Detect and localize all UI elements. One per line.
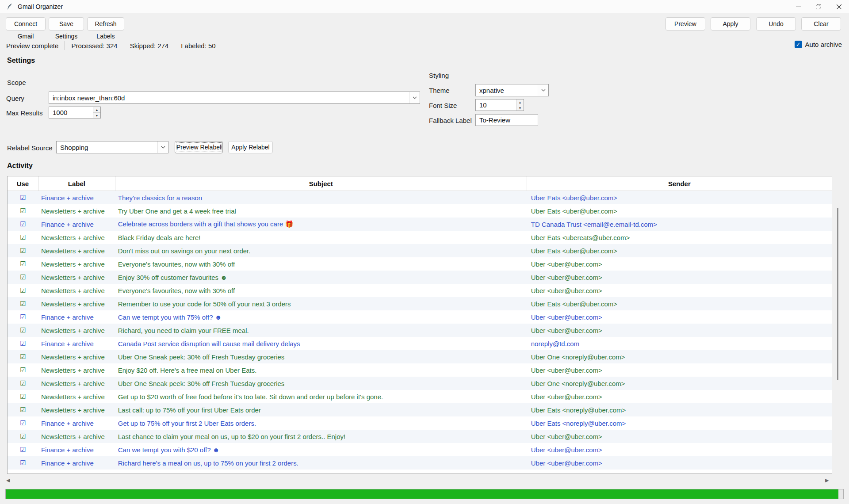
- table-row[interactable]: ☑Newsletters + archiveUber One Sneak pee…: [8, 350, 832, 363]
- connect-gmail-button[interactable]: Connect Gmail: [6, 17, 46, 31]
- column-header-sender[interactable]: Sender: [527, 176, 832, 191]
- row-checkbox[interactable]: ☑: [8, 443, 38, 456]
- row-checkbox[interactable]: ☑: [8, 337, 38, 350]
- table-row[interactable]: ☑Newsletters + archiveLast chance to cla…: [8, 470, 832, 474]
- vertical-scrollbar-thumb[interactable]: [837, 208, 838, 380]
- column-header-subject[interactable]: Subject: [115, 176, 527, 191]
- table-row[interactable]: ☑Newsletters + archiveLast call: up to 7…: [8, 403, 832, 416]
- table-row[interactable]: ☑Finance + archiveRichard here's a meal …: [8, 456, 832, 470]
- row-sender: Uber <uber@uber.com>: [527, 271, 832, 284]
- table-row[interactable]: ☑Finance + archiveCan we tempt you with …: [8, 310, 832, 324]
- scope-heading: Scope: [7, 79, 26, 86]
- relabel-source-label: Relabel Source: [7, 144, 53, 152]
- row-checkbox[interactable]: ☑: [8, 350, 38, 363]
- font-size-spinbox[interactable]: 10 ▲ ▼: [475, 99, 524, 111]
- auto-archive-toggle[interactable]: ✓ Auto archive: [795, 41, 842, 48]
- spin-down-icon[interactable]: ▼: [93, 113, 100, 118]
- save-settings-button[interactable]: Save Settings: [49, 17, 84, 31]
- column-header-use[interactable]: Use: [8, 176, 38, 191]
- row-label: Newsletters + archive: [38, 324, 115, 337]
- row-checkbox[interactable]: ☑: [8, 284, 38, 297]
- row-checkbox[interactable]: ☑: [8, 456, 38, 470]
- row-checkbox[interactable]: ☑: [8, 231, 38, 244]
- max-results-spinbox[interactable]: 1000 ▲ ▼: [49, 107, 101, 118]
- table-row[interactable]: ☑Newsletters + archiveRichard, you need …: [8, 324, 832, 337]
- table-row[interactable]: ☑Newsletters + archiveUber One Sneak pee…: [8, 377, 832, 390]
- row-subject: Enjoy $20 off. Here's a free meal on Ube…: [115, 363, 527, 377]
- row-checkbox[interactable]: ☑: [8, 324, 38, 337]
- restore-button[interactable]: [808, 0, 829, 13]
- row-checkbox[interactable]: ☑: [8, 363, 38, 377]
- row-sender: noreply@td.com: [527, 337, 832, 350]
- chevron-down-icon[interactable]: [538, 84, 548, 96]
- row-checkbox[interactable]: ☑: [8, 297, 38, 310]
- restore-icon: [816, 4, 821, 9]
- row-checkbox[interactable]: ☑: [8, 257, 38, 271]
- table-row[interactable]: ☑Newsletters + archiveBlack Friday deals…: [8, 231, 832, 244]
- close-button[interactable]: [829, 0, 849, 13]
- row-label: Newsletters + archive: [38, 297, 115, 310]
- table-row[interactable]: ☑Newsletters + archiveDon't miss out on …: [8, 244, 832, 257]
- auto-archive-checkbox[interactable]: ✓: [795, 41, 802, 48]
- row-label: Newsletters + archive: [38, 430, 115, 443]
- horizontal-scrollbar[interactable]: ◀ ▶: [0, 476, 849, 485]
- preview-relabel-button[interactable]: Preview Relabel: [175, 141, 223, 153]
- table-row[interactable]: ☑Newsletters + archiveEnjoy 30% off cust…: [8, 271, 832, 284]
- minimize-button[interactable]: [788, 0, 808, 13]
- row-label: Newsletters + archive: [38, 403, 115, 416]
- refresh-labels-button[interactable]: Refresh Labels: [87, 17, 124, 31]
- row-checkbox[interactable]: ☑: [8, 244, 38, 257]
- row-checkbox[interactable]: ☑: [8, 416, 38, 430]
- undo-button[interactable]: Undo: [756, 17, 796, 31]
- row-label: Newsletters + archive: [38, 350, 115, 363]
- theme-combobox[interactable]: xpnative: [475, 84, 549, 96]
- clear-button[interactable]: Clear: [801, 17, 841, 31]
- table-row[interactable]: ☑Finance + archiveCan we tempt you with …: [8, 443, 832, 456]
- relabel-source-combobox[interactable]: Shopping: [56, 141, 168, 153]
- column-header-label[interactable]: Label: [38, 176, 115, 191]
- row-checkbox[interactable]: ☑: [8, 390, 38, 403]
- query-combobox[interactable]: in:inbox newer_than:60d: [49, 92, 420, 104]
- scroll-left-icon[interactable]: ◀: [6, 477, 10, 483]
- row-label: Newsletters + archive: [38, 244, 115, 257]
- row-checkbox[interactable]: ☑: [8, 310, 38, 324]
- spin-down-icon[interactable]: ▼: [516, 105, 524, 111]
- row-checkbox[interactable]: ☑: [8, 191, 38, 204]
- row-checkbox[interactable]: ☑: [8, 470, 38, 474]
- table-row[interactable]: ☑Newsletters + archiveTry Uber One and g…: [8, 204, 832, 218]
- row-checkbox[interactable]: ☑: [8, 430, 38, 443]
- row-checkbox[interactable]: ☑: [8, 218, 38, 231]
- apply-button[interactable]: Apply: [711, 17, 750, 31]
- row-checkbox[interactable]: ☑: [8, 271, 38, 284]
- spin-up-icon[interactable]: ▲: [93, 107, 100, 113]
- table-row[interactable]: ☑Finance + archiveThey're classics for a…: [8, 191, 832, 204]
- titlebar: Gmail Organizer: [0, 0, 849, 13]
- table-row[interactable]: ☑Newsletters + archiveRemember to use yo…: [8, 297, 832, 310]
- table-row[interactable]: ☑Finance + archiveCelebrate across borde…: [8, 218, 832, 231]
- row-checkbox[interactable]: ☑: [8, 377, 38, 390]
- spin-up-icon[interactable]: ▲: [516, 99, 524, 105]
- fallback-label-field[interactable]: To-Review: [475, 114, 538, 126]
- query-label: Query: [6, 95, 24, 102]
- table-row[interactable]: ☑Newsletters + archiveGet up to $20 wort…: [8, 390, 832, 403]
- row-sender: Uber <uber@uber.com>: [527, 443, 832, 456]
- row-label: Newsletters + archive: [38, 257, 115, 271]
- row-sender: Uber Eats <uber@uber.com>: [527, 204, 832, 218]
- preview-button[interactable]: Preview: [665, 17, 705, 31]
- table-row[interactable]: ☑Finance + archiveGet up to 75% off your…: [8, 416, 832, 430]
- close-icon: [837, 4, 841, 9]
- vertical-scrollbar[interactable]: [833, 176, 843, 474]
- scroll-right-icon[interactable]: ▶: [825, 477, 829, 483]
- chevron-down-icon[interactable]: [409, 92, 420, 103]
- row-checkbox[interactable]: ☑: [8, 204, 38, 218]
- row-subject: Last chance to claim your meal on us, up…: [115, 470, 527, 474]
- table-row[interactable]: ☑Finance + archiveCanada Post service di…: [8, 337, 832, 350]
- table-row[interactable]: ☑Newsletters + archiveEveryone's favouri…: [8, 284, 832, 297]
- row-checkbox[interactable]: ☑: [8, 403, 38, 416]
- chevron-down-icon[interactable]: [157, 141, 168, 153]
- row-sender: Uber Eats <uber@uber.com>: [527, 244, 832, 257]
- table-row[interactable]: ☑Newsletters + archiveLast chance to cla…: [8, 430, 832, 443]
- apply-relabel-button[interactable]: Apply Relabel: [228, 141, 273, 153]
- table-row[interactable]: ☑Newsletters + archiveEveryone's favouri…: [8, 257, 832, 271]
- table-row[interactable]: ☑Newsletters + archiveEnjoy $20 off. Her…: [8, 363, 832, 377]
